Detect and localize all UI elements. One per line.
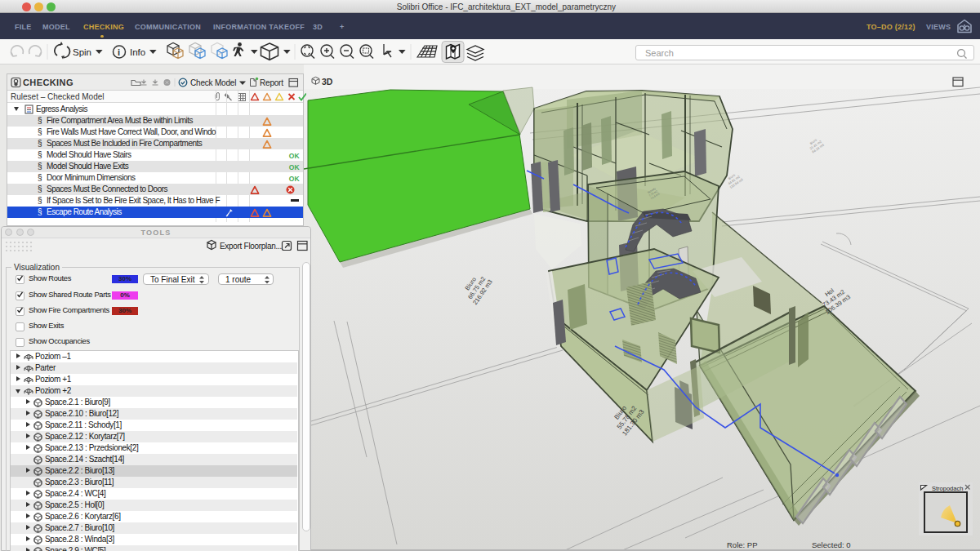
svg-text:Check Model: Check Model [190, 78, 236, 87]
svg-text:Export Floorplan...: Export Floorplan... [220, 242, 282, 251]
svg-text:Selected: 0: Selected: 0 [812, 540, 851, 549]
svg-text:Report: Report [260, 78, 283, 87]
svg-text:i: i [118, 47, 120, 57]
svg-text:Role: PP: Role: PP [727, 540, 758, 549]
svg-text:Spin: Spin [73, 47, 91, 57]
svg-text:3D: 3D [322, 77, 333, 87]
svg-text:Info: Info [130, 47, 145, 57]
svg-text:CHECKING: CHECKING [23, 78, 74, 87]
svg-text:Stropodach: Stropodach [932, 485, 963, 492]
